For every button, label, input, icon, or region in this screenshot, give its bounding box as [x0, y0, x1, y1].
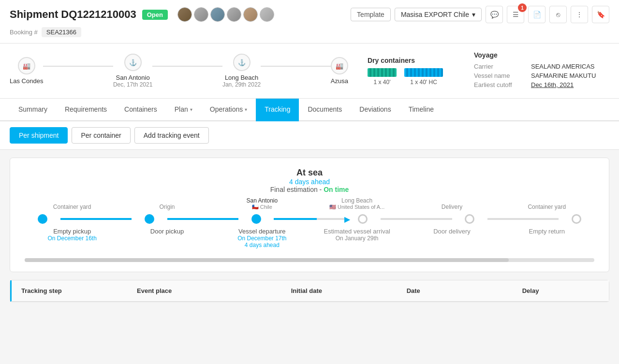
stop-dot-6 [559, 214, 594, 224]
stop-label-origin: Origin [119, 204, 214, 210]
avatar [177, 7, 192, 22]
stop-dot-4 [345, 214, 381, 224]
col-header-delay: Delay [522, 287, 599, 294]
avatar [243, 7, 258, 22]
connector-arrow: ▶ [274, 218, 345, 220]
step-label-5: Door delivery [404, 228, 499, 248]
more-icon: ⋮ [576, 11, 583, 18]
estimation-text: Final estimation - On time [20, 186, 599, 193]
route-line [152, 66, 222, 67]
tracking-controls: Per shipment Per container Add tracking … [0, 121, 619, 150]
col-header-tracking-step: Tracking step [21, 287, 137, 294]
col-header-initial-date: Initial date [291, 287, 407, 294]
avatar [194, 7, 208, 22]
route-line [43, 66, 113, 67]
route-stop-azusa: 🏭 Azusa [331, 57, 348, 85]
tab-plan[interactable]: Plan ▾ [166, 99, 201, 121]
booking-number: SEA21366 [42, 27, 81, 37]
per-shipment-btn[interactable]: Per shipment [10, 127, 68, 144]
timeline-container: Container yard Origin San Antonio 🇨🇱 Chi… [20, 197, 599, 262]
bookmark-icon-btn[interactable]: 🔖 [592, 6, 609, 23]
avatar [227, 7, 241, 22]
connector-4 [487, 218, 559, 220]
tab-documents[interactable]: Documents [299, 99, 351, 121]
stop-dot-5 [452, 214, 488, 224]
list-icon: ☰ [513, 11, 519, 18]
chat-icon: 💬 [490, 11, 499, 18]
tab-summary[interactable]: Summary [10, 99, 56, 121]
route-stop-long-beach: ⚓ Long Beach Jan, 29th 2022 [222, 54, 261, 88]
dry-containers-title: Dry containers [368, 57, 455, 64]
booking-label: Booking # [10, 29, 38, 36]
anchor-icon: ⚓ [124, 54, 142, 71]
route-stops: 🏭 Las Condes ⚓ San Antonio Dec, 17th 202… [10, 54, 348, 88]
container-bar [404, 68, 443, 77]
template-label: Template [351, 8, 391, 21]
step-label-6: Empty return [500, 228, 594, 248]
tab-deviations[interactable]: Deviations [351, 99, 399, 121]
more-icon-btn[interactable]: ⋮ [571, 6, 588, 23]
step-label-3: Vessel departure On December 17th 4 days… [215, 228, 310, 248]
at-sea-title: At sea [20, 168, 599, 178]
tracking-card: At sea 4 days ahead Final estimation - O… [10, 158, 609, 272]
chevron-down-icon: ▾ [190, 107, 192, 112]
route-line [261, 66, 331, 67]
tab-tracking[interactable]: Tracking [256, 99, 299, 121]
stop-dot-2 [132, 214, 167, 224]
voyage-title: Voyage [474, 51, 609, 59]
timeline-dots-row: ▶ [25, 214, 594, 224]
add-tracking-event-btn[interactable]: Add tracking event [134, 127, 209, 144]
tab-timeline[interactable]: Timeline [400, 99, 442, 121]
timeline-bottom-labels: Empty pickup On December 16th Door picku… [25, 228, 594, 248]
step-label-2: Door pickup [119, 228, 214, 248]
per-container-btn[interactable]: Per container [72, 127, 130, 144]
dry-containers-section: Dry containers 1 x 40' 1 x 40' HC [368, 57, 455, 86]
status-badge: Open [142, 10, 168, 20]
container-bars: 1 x 40' 1 x 40' HC [368, 68, 455, 86]
table-section: Tracking step Event place Initial date D… [10, 280, 609, 302]
list-icon-btn[interactable]: ☰ 1 [507, 6, 524, 23]
template-select[interactable]: Masisa EXPORT Chile ▾ [395, 8, 482, 21]
chat-icon-btn[interactable]: 💬 [486, 6, 503, 23]
document-icon: 📄 [533, 11, 541, 18]
scrollbar-area[interactable] [25, 258, 594, 262]
step-label-4: Estimated vessel arrival On January 29th [310, 228, 404, 248]
on-time-badge: On time [324, 186, 349, 193]
main-content: At sea 4 days ahead Final estimation - O… [0, 158, 619, 302]
stop-label-long-beach: Long Beach 🇺🇸 United States of A... [310, 197, 404, 210]
scrollbar-thumb [25, 258, 509, 262]
stop-label-container-yard-1: Container yard [25, 204, 119, 210]
voyage-row: Earliest cutoff Dec 16th, 2021 [474, 81, 609, 88]
factory-icon: 🏭 [18, 57, 35, 74]
col-header-event-place: Event place [137, 287, 291, 294]
col-header-date: Date [407, 287, 522, 294]
container-item: 1 x 40' [368, 68, 397, 86]
container-item: 1 x 40' HC [404, 68, 443, 86]
chevron-down-icon: ▾ [472, 11, 475, 18]
share-icon-btn[interactable]: ⎋ [549, 6, 567, 23]
route-section: 🏭 Las Condes ⚓ San Antonio Dec, 17th 202… [0, 44, 619, 99]
chevron-down-icon: ▾ [245, 107, 247, 112]
tab-operations[interactable]: Operations ▾ [201, 99, 256, 121]
tabs-bar: Summary Requirements Containers Plan ▾ O… [0, 99, 619, 121]
avatar [260, 7, 274, 22]
tab-requirements[interactable]: Requirements [56, 99, 116, 121]
share-icon: ⎋ [556, 11, 560, 18]
stop-dot-1 [25, 214, 60, 224]
voyage-info: Voyage Carrier SEALAND AMERICAS Vessel n… [474, 51, 609, 90]
tab-containers[interactable]: Containers [116, 99, 166, 121]
document-icon-btn[interactable]: 📄 [528, 6, 545, 23]
avatar [210, 7, 225, 22]
header-right: Template Masisa EXPORT Chile ▾ 💬 ☰ 1 📄 ⎋… [351, 6, 609, 23]
stop-label-san-antonio: San Antonio 🇨🇱 Chile [215, 197, 310, 210]
bookmark-icon: 🔖 [597, 11, 605, 18]
connector-1 [60, 218, 132, 220]
voyage-row: Carrier SEALAND AMERICAS [474, 63, 609, 70]
route-stop-las-condes: 🏭 Las Condes [10, 57, 43, 85]
anchor-icon: ⚓ [233, 54, 251, 71]
step-label-1: Empty pickup On December 16th [25, 228, 119, 248]
connector-2 [167, 218, 238, 220]
table-header: Tracking step Event place Initial date D… [10, 280, 609, 302]
at-sea-header: At sea 4 days ahead Final estimation - O… [20, 168, 599, 193]
notification-badge: 1 [518, 3, 527, 12]
